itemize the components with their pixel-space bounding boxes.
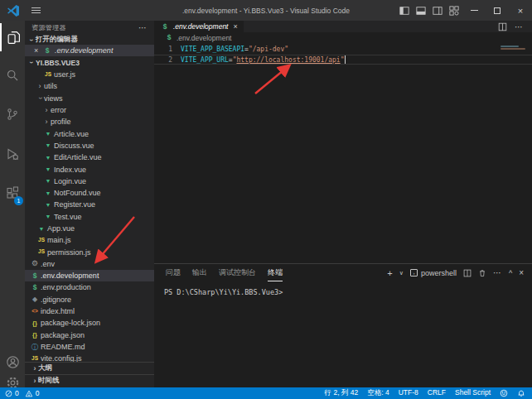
terminal-dropdown-icon[interactable]: ∨ — [399, 270, 404, 276]
tree-item[interactable]: › App.vue — [25, 223, 154, 234]
editor-more-actions-icon[interactable]: ⋯ — [515, 22, 524, 31]
chevron-icon: › — [43, 107, 50, 114]
panel-more-actions-icon[interactable]: ⋯ — [493, 268, 502, 277]
toggle-panel-icon[interactable] — [413, 0, 429, 21]
search-icon[interactable] — [0, 61, 25, 89]
run-debug-icon[interactable] — [0, 140, 25, 168]
tree-item[interactable]: › permission.js — [25, 246, 154, 257]
tree-item[interactable]: › .env.production — [25, 281, 154, 293]
notifications-bell-icon[interactable] — [517, 389, 525, 397]
chevron-down-icon: › — [27, 36, 35, 43]
vue-file-icon — [43, 131, 53, 137]
warning-icon — [25, 390, 33, 397]
panel-tab[interactable]: 终端 — [268, 265, 283, 281]
menu-hamburger-icon[interactable] — [31, 7, 41, 13]
vue-file-icon — [43, 155, 53, 161]
problems-status[interactable]: 0 0 — [0, 389, 39, 397]
open-editors-section[interactable]: › 打开的编辑器 — [25, 35, 154, 45]
editor-area: .env.development × ⋯ .env.development 1 … — [154, 21, 532, 263]
status-item[interactable]: CRLF — [428, 388, 446, 398]
tree-item[interactable]: › NotFound.vue — [25, 187, 154, 199]
tree-item[interactable]: › Register.vue — [25, 199, 154, 210]
json-file-icon — [30, 332, 40, 339]
split-editor-icon[interactable] — [498, 22, 507, 31]
tree-item[interactable]: › package.json — [25, 329, 154, 341]
kill-terminal-icon[interactable] — [478, 269, 486, 277]
tree-item[interactable]: › .gitignore — [25, 294, 154, 305]
tree-item[interactable]: › README.md — [25, 341, 154, 353]
feedback-icon[interactable] — [500, 389, 508, 397]
status-item[interactable]: Shell Script — [455, 388, 491, 398]
line-number: 1 — [154, 45, 181, 55]
panel-tab[interactable]: 问题 — [166, 265, 181, 281]
tree-item[interactable]: › Test.vue — [25, 211, 154, 223]
tree-item[interactable]: › Index.vue — [25, 163, 154, 175]
status-item[interactable]: 行 2, 列 42 — [325, 388, 359, 398]
vue-file-icon — [43, 166, 53, 172]
maximize-panel-icon[interactable]: ^ — [509, 269, 512, 277]
outline-section[interactable]: › 大纲 — [25, 362, 154, 374]
activity-bar: 1 — [0, 21, 25, 387]
tree-item[interactable]: › Login.vue — [25, 175, 154, 187]
tree-item[interactable]: › package-lock.json — [25, 317, 154, 329]
tree-item[interactable]: › Article.vue — [25, 127, 154, 139]
tree-item[interactable]: › EditArticle.vue — [25, 151, 154, 163]
minimize-button[interactable] — [462, 0, 486, 21]
tree-item[interactable]: › views — [25, 93, 154, 104]
chevron-down-icon: › — [27, 60, 35, 66]
tree-item[interactable]: › .env — [25, 258, 154, 270]
close-window-button[interactable]: × — [509, 0, 532, 21]
source-control-icon[interactable] — [0, 100, 25, 128]
html-file-icon — [30, 309, 40, 315]
tree-item[interactable]: › profile — [25, 116, 154, 127]
toggle-sidebar-icon[interactable] — [396, 0, 413, 21]
tree-item[interactable]: › error — [25, 104, 154, 116]
views-more-actions-icon[interactable]: ⋯ — [138, 23, 148, 32]
minimap[interactable] — [501, 46, 529, 50]
vue-file-icon — [43, 190, 53, 196]
tree-item[interactable]: › utils — [25, 80, 154, 92]
tree-item[interactable]: › index.html — [25, 305, 154, 317]
status-item[interactable]: UTF-8 — [399, 388, 418, 398]
vue-file-icon — [43, 202, 53, 208]
breadcrumb[interactable]: .env.development — [154, 32, 532, 43]
js-file-icon — [36, 238, 46, 243]
code-editor[interactable]: 1 VITE_APP_BASEAPI="/api-dev" 2 VITE_APP… — [154, 43, 532, 65]
tree-item[interactable]: › Discuss.vue — [25, 140, 154, 151]
js-file-icon — [43, 72, 53, 78]
chevron-icon: › — [36, 95, 44, 102]
extensions-icon[interactable]: 1 — [0, 179, 25, 207]
timeline-section[interactable]: › 时间线 — [25, 374, 154, 387]
file-tree: › user.js › utils › views › error — [25, 69, 154, 364]
tab-env-development[interactable]: .env.development × — [154, 21, 244, 32]
vue-file-icon — [43, 142, 53, 148]
terminal-instance[interactable]: › powershell — [410, 269, 457, 277]
project-section[interactable]: › YI.BBS.VUE3 — [25, 56, 154, 69]
split-terminal-icon[interactable] — [463, 269, 472, 277]
status-item[interactable]: 空格: 4 — [367, 388, 389, 398]
url-link[interactable]: http://localhost:19001/api — [236, 55, 340, 64]
text-cursor — [345, 55, 346, 64]
toggle-secondary-sidebar-icon[interactable] — [429, 0, 446, 21]
open-editor-item[interactable]: × .env.development — [25, 45, 154, 56]
close-tab-icon[interactable]: × — [233, 22, 237, 31]
bottom-panel: 问题 输出 调试控制台 终端 + ∨ › powershell ⋯ ^ × PS… — [154, 263, 532, 387]
extensions-badge: 1 — [14, 196, 23, 205]
explorer-icon[interactable] — [0, 23, 25, 51]
git-file-icon — [30, 296, 40, 303]
tree-item[interactable]: › .env.development — [25, 270, 154, 281]
close-icon[interactable]: × — [34, 46, 42, 55]
close-panel-icon[interactable]: × — [519, 268, 524, 277]
tab-bar: .env.development × ⋯ — [154, 21, 532, 32]
explorer-sidebar: 资源管理器 ⋯ › 打开的编辑器 × .env.development › YI… — [25, 21, 154, 387]
panel-tab[interactable]: 调试控制台 — [219, 265, 256, 281]
tree-item[interactable]: › main.js — [25, 234, 154, 246]
panel-tab[interactable]: 输出 — [192, 265, 207, 281]
terminal-output[interactable]: PS D:\CSharp\Yi\Yi.BBS.Vue3> — [154, 281, 532, 296]
status-bar: 0 0 行 2, 列 42空格: 4UTF-8CRLFShell Script — [0, 387, 532, 399]
customize-layout-icon[interactable] — [446, 0, 462, 21]
new-terminal-icon[interactable]: + — [387, 268, 392, 278]
tree-item[interactable]: › user.js — [25, 69, 154, 80]
terminal-icon: › — [410, 269, 418, 276]
maximize-button[interactable] — [486, 0, 509, 21]
